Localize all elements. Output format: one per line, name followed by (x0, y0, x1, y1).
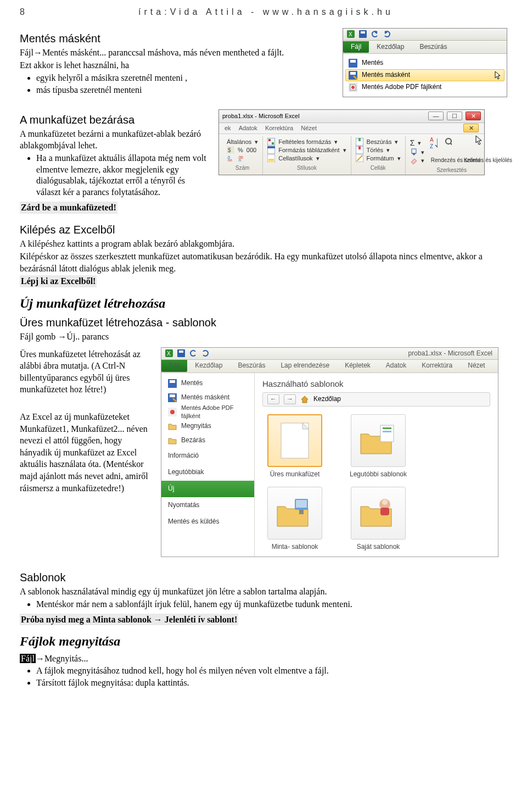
undo-icon[interactable] (371, 30, 379, 38)
insert-cells-button[interactable]: Beszúrás (367, 138, 392, 146)
format-cells-button[interactable]: Formátum (367, 154, 394, 162)
template-blank[interactable]: Üres munkafüzet (262, 414, 327, 479)
nav-fwd-button[interactable]: → (284, 394, 296, 404)
svg-rect-48 (299, 510, 304, 514)
tab-insert[interactable]: Beszúrás (230, 360, 273, 372)
group-caption: Szerkesztés (410, 166, 494, 174)
sidebar-label: Mentés Adobe PDF fájlként (181, 404, 248, 420)
redo-icon[interactable] (201, 349, 210, 358)
p-munkafuzet-naming: Az Excel az új munkafüzeteket Munkafüzet… (20, 411, 149, 494)
pdf-icon (168, 408, 177, 416)
menu-save-pdf[interactable]: Mentés Adobe PDF fájlként (343, 81, 507, 93)
tab-fragment[interactable]: ek (225, 124, 231, 132)
template-my-thumb (351, 487, 406, 540)
sidebar-label: Bezárás (181, 436, 205, 445)
list-saveas-reasons: egyik helyről a másikra szeretnél menten… (36, 73, 330, 96)
sidebar-print[interactable]: Nyomtatás (161, 497, 254, 514)
svg-rect-45 (383, 431, 391, 432)
tab-view[interactable]: Nézet (460, 360, 492, 372)
group-cells: Beszúrás ▾ Törlés ▾ Formátum ▾ Cellák (351, 136, 406, 175)
sigma-icon[interactable]: Σ (410, 138, 415, 148)
close-workbook-button[interactable]: ✕ (463, 124, 479, 132)
sidebar-info[interactable]: Információ (161, 448, 254, 464)
window-title: proba1.xlsx - Microsoft Excel (222, 112, 425, 120)
tab-file[interactable]: Fájl (343, 41, 369, 53)
list-item: A fájlok megnyitásához tudnod kell, hogy… (36, 665, 507, 677)
tab-view[interactable]: Nézet (301, 124, 317, 132)
maximize-button[interactable]: ☐ (447, 112, 462, 120)
table-format-icon (267, 146, 275, 154)
task-exit-excel: Lépj ki az Excelből! (20, 275, 97, 287)
sidebar-open[interactable]: Megnyitás (161, 419, 254, 433)
screenshot-file-menu: X Fájl Kezdőlap Beszúrás Mentés (343, 28, 507, 97)
tab-layout[interactable]: Lap elrendezése (273, 360, 337, 372)
nav-back-button[interactable]: ← (267, 394, 279, 404)
menu-save[interactable]: Mentés (343, 57, 507, 69)
template-sample[interactable]: Minta- sablonok (262, 487, 327, 552)
svg-text:$: $ (228, 147, 231, 153)
sidebar-save[interactable]: Mentés (161, 376, 254, 391)
ribbon-tabs: Fájl Kezdőlap Beszúrás Lap elrendezése K… (161, 360, 498, 373)
p-bezaras: A munkafüzetet bezárni a munkafüzet-abla… (20, 128, 206, 152)
cond-format-button[interactable]: Feltételes formázás (278, 138, 331, 146)
undo-icon[interactable] (189, 349, 198, 358)
tab-home[interactable]: Kezdőlap (187, 360, 230, 372)
sort-filter-label[interactable]: Rendezés és szűrés (431, 158, 461, 163)
sidebar-save-as[interactable]: Mentés másként (161, 391, 254, 405)
tab-review[interactable]: Korrektúra (414, 360, 460, 372)
nav-home-label[interactable]: Kezdőlap (313, 395, 341, 404)
tab-insert[interactable]: Beszúrás (412, 41, 455, 53)
tab-formulas[interactable]: Képletek (337, 360, 378, 372)
template-blank-thumb (267, 414, 322, 467)
close-folder-icon (168, 436, 177, 445)
currency-icon[interactable]: $ (227, 146, 234, 154)
tab-review[interactable]: Korrektúra (265, 124, 293, 132)
quick-access-toolbar: X proba1.xlsx - Microsoft Excel (161, 348, 498, 360)
sidebar-save-pdf[interactable]: Mentés Adobe PDF fájlként (161, 405, 254, 419)
sidebar-label: Információ (168, 452, 199, 460)
svg-text:Z: Z (430, 143, 433, 149)
clear-icon[interactable] (410, 157, 418, 164)
sidebar-recent[interactable]: Legutóbbiak (161, 464, 254, 481)
sidebar-save-send[interactable]: Mentés és küldés (161, 514, 254, 530)
home-icon[interactable] (300, 395, 309, 404)
find-select-label[interactable]: Keresés és kijelölés (464, 158, 494, 163)
format-general[interactable]: Általános (227, 138, 251, 146)
txt-megnyitas: Megnyitás... (44, 654, 88, 663)
sidebar-new[interactable]: Új (161, 481, 254, 497)
percent-icon[interactable]: % (238, 146, 243, 154)
excel-icon: X (165, 349, 173, 358)
svg-rect-26 (358, 146, 361, 149)
template-my[interactable]: Saját sablonok (346, 487, 411, 552)
redo-icon[interactable] (383, 30, 391, 38)
sidebar-close[interactable]: Bezárás (161, 433, 254, 448)
save-icon[interactable] (177, 349, 186, 358)
template-recent[interactable]: Legutóbbi sablonok (346, 414, 411, 479)
list-sablonok: Mentéskor már nem a sablonfájlt írjuk fe… (36, 599, 507, 610)
tab-data[interactable]: Adatok (239, 124, 257, 132)
p-kilepes-2: Kilépéskor az összes szerkesztett munkaf… (20, 251, 507, 274)
save-icon[interactable] (358, 30, 367, 38)
list-item: egyik helyről a másikra szeretnél menten… (36, 73, 330, 84)
increase-decimal-icon[interactable]: .0.00 (227, 154, 234, 162)
thousands-label[interactable]: 000 (246, 146, 256, 154)
tab-file[interactable]: Fájl (161, 360, 187, 372)
delete-cells-button[interactable]: Törlés (367, 146, 384, 154)
svg-rect-37 (170, 380, 175, 383)
templates-header: Használható sablonok (262, 379, 490, 390)
menu-save-as[interactable]: Mentés másként (345, 69, 504, 81)
fill-icon[interactable] (410, 148, 418, 156)
h-fajlok-megnyitasa: Fájlok megnyitása (20, 633, 507, 650)
txt-fajl-inv: Fájl (20, 654, 36, 663)
cell-styles-button[interactable]: Cellastílusok (278, 154, 312, 162)
table-format-button[interactable]: Formázás táblázatként (278, 146, 339, 154)
tab-home[interactable]: Kezdőlap (369, 41, 412, 53)
decrease-decimal-icon[interactable]: .00.0 (238, 154, 245, 162)
p-ctrl-n: Üres munkafüzetet létrehozását az alábbi… (20, 348, 149, 396)
svg-text:.0: .0 (238, 159, 241, 162)
p-fajl-uj: Fájl gomb →Új.. parancs (20, 331, 507, 343)
minimize-button[interactable]: — (428, 112, 444, 120)
chevron-down-icon[interactable]: ▾ (255, 138, 258, 146)
tab-data[interactable]: Adatok (378, 360, 414, 372)
close-app-button[interactable]: ✕ (466, 112, 481, 120)
